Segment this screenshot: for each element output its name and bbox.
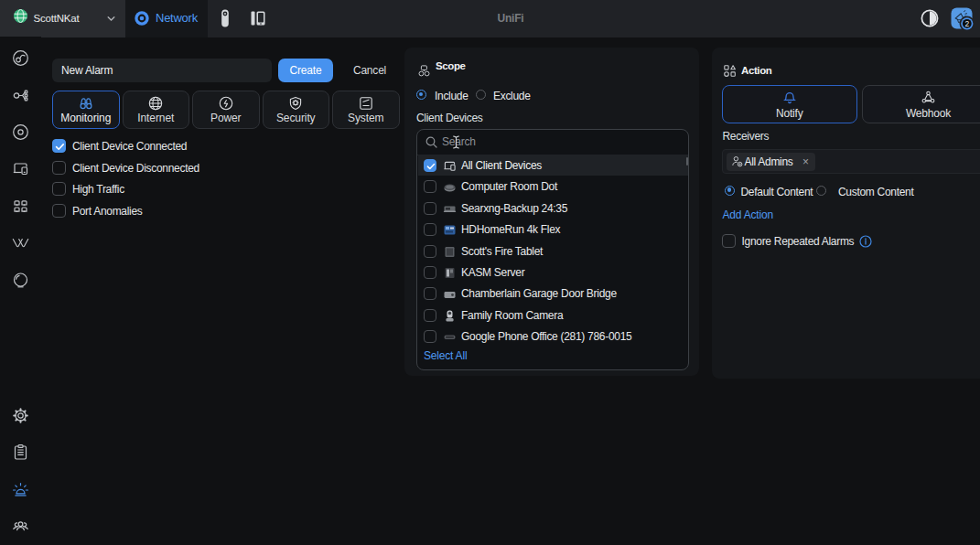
- svg-text:2: 2: [964, 19, 969, 28]
